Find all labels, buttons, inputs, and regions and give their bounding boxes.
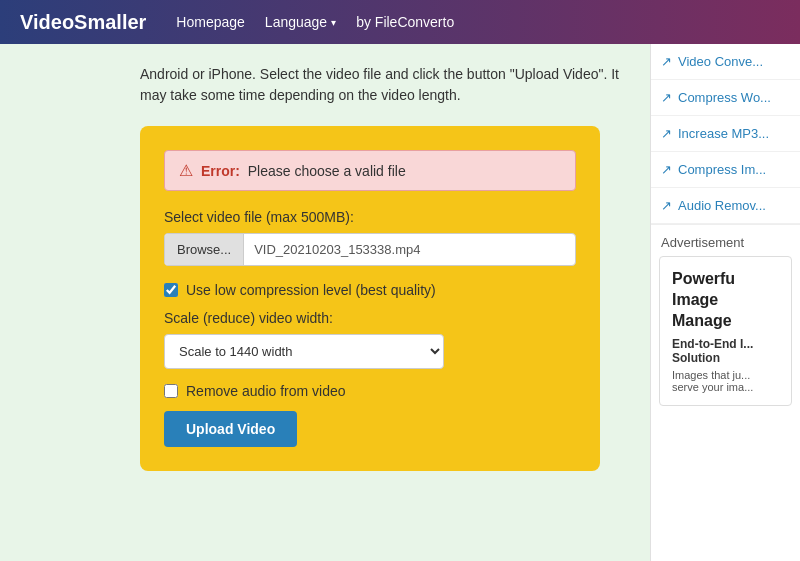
file-name-display: VID_20210203_153338.mp4 <box>244 234 575 265</box>
header-nav: Homepage Language ▾ by FileConverto <box>176 14 780 30</box>
description-text: Android or iPhone. Select the video file… <box>140 64 630 106</box>
error-text: Please choose a valid file <box>248 163 406 179</box>
scale-select[interactable]: Scale to 1440 width Scale to 1280 width … <box>164 334 444 369</box>
right-sidebar: ↗ Video Conve... ↗ Compress Wo... ↗ Incr… <box>650 44 800 561</box>
sidebar-item-audio-remove[interactable]: ↗ Audio Remov... <box>651 188 800 224</box>
upload-card: ⚠ Error: Please choose a valid file Sele… <box>140 126 600 471</box>
ad-body: Images that ju...serve your ima... <box>672 369 779 393</box>
logo[interactable]: VideoSmaller <box>20 11 146 34</box>
error-message: Error: Please choose a valid file <box>201 163 406 179</box>
sidebar-link-label-5: Audio Remov... <box>678 198 766 213</box>
audio-checkbox-row: Remove audio from video <box>164 383 576 399</box>
scale-label: Scale (reduce) video width: <box>164 310 576 326</box>
sidebar-link-label-2: Compress Wo... <box>678 90 771 105</box>
sidebar-item-compress-image[interactable]: ↗ Compress Im... <box>651 152 800 188</box>
compression-checkbox[interactable] <box>164 283 178 297</box>
sidebar-item-compress-word[interactable]: ↗ Compress Wo... <box>651 80 800 116</box>
ad-card: PowerfuImageManage End-to-End I...Soluti… <box>659 256 792 406</box>
browse-button[interactable]: Browse... <box>165 234 244 265</box>
sidebar-links: ↗ Video Conve... ↗ Compress Wo... ↗ Incr… <box>651 44 800 225</box>
upload-button[interactable]: Upload Video <box>164 411 297 447</box>
file-input-label: Select video file (max 500MB): <box>164 209 576 225</box>
error-box: ⚠ Error: Please choose a valid file <box>164 150 576 191</box>
sidebar-link-label-3: Increase MP3... <box>678 126 769 141</box>
compression-checkbox-row: Use low compression level (best quality) <box>164 282 576 298</box>
sidebar-link-label-4: Compress Im... <box>678 162 766 177</box>
audio-checkbox[interactable] <box>164 384 178 398</box>
nav-homepage[interactable]: Homepage <box>176 14 245 30</box>
external-link-icon-2: ↗ <box>661 90 672 105</box>
nav-language-label: Language <box>265 14 327 30</box>
layout: Android or iPhone. Select the video file… <box>0 44 800 561</box>
header: VideoSmaller Homepage Language ▾ by File… <box>0 0 800 44</box>
sidebar-item-increase-mp3[interactable]: ↗ Increase MP3... <box>651 116 800 152</box>
sidebar-item-video-convert[interactable]: ↗ Video Conve... <box>651 44 800 80</box>
compression-label: Use low compression level (best quality) <box>186 282 436 298</box>
chevron-down-icon: ▾ <box>331 17 336 28</box>
file-input-row: Browse... VID_20210203_153338.mp4 <box>164 233 576 266</box>
nav-by[interactable]: by FileConverto <box>356 14 454 30</box>
advertisement-label: Advertisement <box>651 225 800 256</box>
ad-title: PowerfuImageManage <box>672 269 779 331</box>
external-link-icon-3: ↗ <box>661 126 672 141</box>
error-bold: Error: <box>201 163 240 179</box>
audio-label: Remove audio from video <box>186 383 346 399</box>
warning-icon: ⚠ <box>179 161 193 180</box>
sidebar-link-label-1: Video Conve... <box>678 54 763 69</box>
external-link-icon-1: ↗ <box>661 54 672 69</box>
ad-subtitle: End-to-End I...Solution <box>672 337 779 365</box>
external-link-icon-5: ↗ <box>661 198 672 213</box>
main-content: Android or iPhone. Select the video file… <box>0 44 650 561</box>
nav-language[interactable]: Language ▾ <box>265 14 336 30</box>
external-link-icon-4: ↗ <box>661 162 672 177</box>
